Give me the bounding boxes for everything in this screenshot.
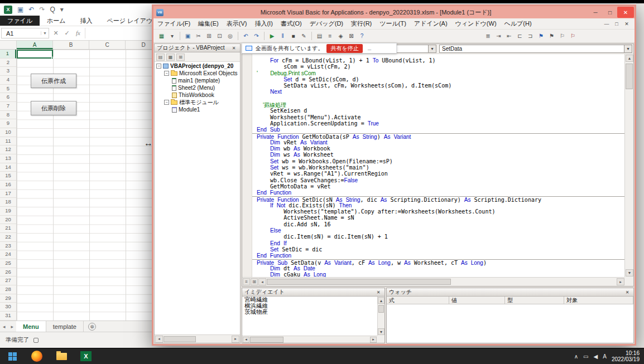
enter-icon[interactable]: ✓ xyxy=(62,30,72,37)
redo-icon[interactable]: ↷ xyxy=(252,31,261,41)
mdi-close-icon[interactable]: ✕ xyxy=(622,21,631,27)
scroll-down-icon[interactable]: ▼ xyxy=(626,269,633,276)
tray-expand-icon[interactable]: ∧ xyxy=(574,353,578,360)
row-header[interactable]: 20 xyxy=(0,216,16,225)
object-browser-icon[interactable]: ◈ xyxy=(336,31,345,41)
view-object-icon[interactable]: ▦ xyxy=(166,54,175,61)
macro-record-icon[interactable] xyxy=(33,338,39,343)
watch-close-icon[interactable]: ✕ xyxy=(623,290,631,295)
expander-icon[interactable]: − xyxy=(164,100,169,105)
toast-minimize-button[interactable]: ＿ xyxy=(367,45,372,52)
name-box[interactable]: A1 ▼ xyxy=(1,28,49,38)
mdi-restore-icon[interactable]: □ xyxy=(612,21,621,27)
row-header[interactable]: 26 xyxy=(0,268,16,277)
row-header[interactable]: 29 xyxy=(0,294,16,303)
scroll-up-icon[interactable]: ▲ xyxy=(378,297,385,304)
row-header[interactable]: 28 xyxy=(0,285,16,294)
selected-cell-a1[interactable] xyxy=(17,50,53,59)
menu-item[interactable]: アドイン(A) xyxy=(410,18,451,30)
row-header[interactable]: 11 xyxy=(0,137,16,146)
new-sheet-button[interactable]: ⊕ xyxy=(88,323,96,331)
find-icon[interactable]: ◎ xyxy=(225,31,235,41)
tree-item[interactable]: −標準モジュール xyxy=(155,99,240,106)
menu-item[interactable]: ウィンドウ(W) xyxy=(451,18,501,30)
column-header[interactable]: C xyxy=(89,41,126,49)
row-header[interactable]: 6 xyxy=(0,93,16,102)
menu-item[interactable]: 表示(V) xyxy=(223,18,251,30)
project-close-icon[interactable]: ✕ xyxy=(230,46,238,51)
scroll-left-icon[interactable]: ◂ xyxy=(258,278,266,285)
scroll-left-icon[interactable]: ◂ xyxy=(155,336,163,343)
scroll-down-icon[interactable]: ▼ xyxy=(378,328,385,335)
excel-app-icon[interactable]: X xyxy=(4,6,12,14)
stop-sharing-button[interactable]: 共有を停止 xyxy=(326,44,362,53)
row-header[interactable]: 2 xyxy=(0,59,16,67)
procedure-dropdown-arrow-icon[interactable]: ▼ xyxy=(624,45,632,52)
row-header[interactable]: 12 xyxy=(0,145,16,154)
redo-icon[interactable]: ↷ xyxy=(39,6,45,13)
reset-icon[interactable]: ■ xyxy=(289,31,298,41)
row-header[interactable]: 17 xyxy=(0,190,16,198)
row-header[interactable]: 8 xyxy=(0,111,16,120)
row-header[interactable]: 5 xyxy=(0,85,16,94)
row-header[interactable]: 18 xyxy=(0,198,16,207)
scroll-right-icon[interactable]: ▸ xyxy=(370,337,377,343)
toggle-bookmark-icon[interactable]: ⚑ xyxy=(536,31,546,41)
start-button[interactable] xyxy=(0,348,25,364)
row-header[interactable]: 19 xyxy=(0,207,16,216)
column-header[interactable]: B xyxy=(53,41,89,49)
list-properties-icon[interactable]: ≣ xyxy=(483,31,493,41)
scroll-right-icon[interactable]: ▸ xyxy=(617,278,624,285)
undo-icon[interactable]: ↶ xyxy=(28,6,34,13)
code-hscrollbar[interactable]: ≡ ⊞ ◂ ▸ xyxy=(242,277,624,286)
tree-item[interactable]: Sheet2 (Menu) xyxy=(155,84,240,91)
row-header[interactable]: 16 xyxy=(0,181,16,190)
tablet-mode-icon[interactable]: ▭ xyxy=(583,353,588,360)
uncomment-block-icon[interactable]: ⊐ xyxy=(526,31,535,41)
row-header[interactable]: 13 xyxy=(0,154,16,163)
row-header[interactable]: 7 xyxy=(0,102,16,111)
row-header[interactable]: 24 xyxy=(0,250,16,259)
immediate-header[interactable]: イミディエイト ✕ xyxy=(242,288,385,297)
form-button[interactable]: 伝票削除 xyxy=(31,101,76,115)
row-header[interactable]: 1 xyxy=(0,50,16,59)
clear-bookmarks-icon[interactable]: ⚐ xyxy=(568,31,578,41)
row-header[interactable]: 3 xyxy=(0,67,16,76)
minimize-button[interactable]: ─ xyxy=(588,7,603,18)
toggle-folders-icon[interactable]: ⊞ xyxy=(176,54,185,61)
watch-header[interactable]: ウォッチ ✕ xyxy=(387,288,633,297)
vba-title-bar[interactable]: VB Microsoft Visual Basic for Applicatio… xyxy=(153,6,635,18)
menu-item[interactable]: 書式(O) xyxy=(277,18,306,30)
search-icon[interactable]: Q xyxy=(50,6,55,13)
expander-icon[interactable]: − xyxy=(156,64,161,69)
vscroll-thumb[interactable] xyxy=(378,305,384,313)
row-header[interactable]: 23 xyxy=(0,242,16,251)
menu-item[interactable]: ツール(T) xyxy=(376,18,410,30)
form-button[interactable]: 伝票作成 xyxy=(31,74,76,88)
code-vscrollbar[interactable]: ▲ ▼ xyxy=(624,54,633,277)
cancel-icon[interactable]: ✕ xyxy=(51,30,61,37)
immediate-vscrollbar[interactable]: ▲ ▼ xyxy=(377,297,385,336)
select-all-corner[interactable] xyxy=(0,41,17,49)
tree-item[interactable]: main1 (template) xyxy=(155,77,240,84)
name-box-arrow-icon[interactable]: ▼ xyxy=(41,31,49,35)
project-explorer-header[interactable]: プロジェクト - VBAProject ✕ xyxy=(155,44,240,52)
full-module-view-icon[interactable]: ⊞ xyxy=(251,278,258,285)
maximize-button[interactable]: □ xyxy=(603,7,617,18)
fx-icon[interactable]: fx xyxy=(73,30,83,37)
tree-item[interactable]: ThisWorkbook xyxy=(155,91,240,99)
row-header[interactable]: 30 xyxy=(0,303,16,312)
menu-item[interactable]: 編集(E) xyxy=(194,18,223,30)
row-header[interactable]: 14 xyxy=(0,163,16,172)
menu-item[interactable]: ファイル(F) xyxy=(153,18,194,30)
insert-dropdown-icon[interactable]: ▾ xyxy=(167,31,177,41)
hscroll-thumb[interactable] xyxy=(250,337,283,343)
expander-icon[interactable]: − xyxy=(164,71,169,76)
row-header[interactable]: 27 xyxy=(0,276,16,285)
close-button[interactable]: ✕ xyxy=(617,7,634,18)
hscroll-thumb[interactable] xyxy=(164,336,196,342)
menu-item[interactable]: 挿入(I) xyxy=(251,18,276,30)
row-header[interactable]: 31 xyxy=(0,312,16,321)
ribbon-tab[interactable]: ファイル xyxy=(0,16,40,26)
fill-handle[interactable] xyxy=(51,57,54,59)
